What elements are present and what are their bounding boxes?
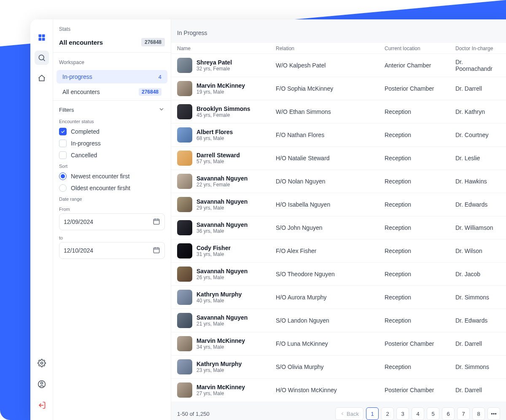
date-to-input[interactable]: 12/10/2024 (59, 242, 165, 259)
avatar (177, 81, 192, 96)
pager-page-button[interactable]: 4 (412, 407, 424, 420)
table-row[interactable]: Cody Fisher31 yrs, MaleF/O Alex FisherRe… (171, 239, 506, 262)
sort-option[interactable]: Newest encounter first (53, 170, 171, 182)
sort-option[interactable]: Oldest encounter firsht (53, 182, 171, 194)
cell-relation: S/O Theodore Nguyen (276, 271, 385, 277)
checkbox[interactable] (59, 128, 67, 135)
settings-icon[interactable] (35, 356, 49, 370)
pager-page-button[interactable]: 8 (472, 407, 485, 420)
stats-row: All encounters 276848 (53, 35, 171, 52)
main-panel: In Progress Name Relation Current locati… (171, 19, 506, 420)
avatar (177, 382, 192, 398)
filters-header[interactable]: Filters (53, 101, 171, 116)
patient-meta: 31 yrs, Male (196, 251, 231, 257)
cell-doctor: Dr. Simmons (455, 294, 500, 301)
cell-doctor: Dr. Leslie (455, 155, 500, 162)
table-row[interactable]: Savannah Nguyen26 yrs, MaleS/O Theodore … (171, 262, 506, 285)
cell-location: Reception (385, 155, 455, 162)
table-row[interactable]: Kathryn Murphy23 yrs, MaleS/O Olivia Mur… (171, 355, 506, 378)
svg-rect-9 (153, 248, 159, 253)
col-relation: Relation (276, 46, 385, 51)
status-option[interactable]: In-progress (53, 137, 171, 149)
cell-location: Reception (385, 178, 455, 185)
workspace-item[interactable]: All encounters276848 (57, 85, 167, 99)
cell-location: Reception (385, 271, 455, 277)
radio[interactable] (59, 184, 67, 192)
date-from-input[interactable]: 12/09/2024 (59, 213, 165, 230)
svg-rect-0 (38, 35, 41, 38)
cell-relation: W/O Ethan Simmons (276, 108, 385, 115)
patient-meta: 57 yrs, Male (196, 159, 240, 164)
sort-option-label: Newest encounter first (71, 173, 129, 180)
sort-label: Sort (53, 161, 171, 170)
status-option-label: In-progress (71, 140, 101, 147)
table-row[interactable]: Albert Flores68 yrs, MaleF/O Nathan Flor… (171, 123, 506, 146)
table-row[interactable]: Marvin McKinney27 yrs, MaleH/O Winston M… (171, 378, 506, 401)
table-row[interactable]: Shreya Patel32 yrs, FemaleW/O Kalpesh Pa… (171, 54, 506, 77)
patient-meta: 34 yrs, Male (196, 344, 245, 350)
radio[interactable] (59, 172, 67, 180)
cell-location: Reception (385, 248, 455, 254)
dashboard-icon[interactable] (35, 30, 49, 45)
cell-doctor: Dr. Jacob (455, 271, 500, 277)
patient-meta: 23 yrs, Male (196, 367, 242, 373)
checkbox[interactable] (59, 140, 67, 147)
pager-page-button[interactable]: 3 (396, 407, 409, 420)
profile-icon[interactable] (35, 377, 49, 391)
app-window: Stats All encounters 276848 Workspace In… (30, 19, 506, 420)
pager-page-button[interactable]: 7 (457, 407, 470, 420)
patient-meta: 21 yrs, Male (196, 321, 248, 327)
status-option[interactable]: Cancelled (53, 149, 171, 161)
pager-page-button[interactable]: 2 (381, 407, 394, 420)
table-row[interactable]: Darrell Steward57 yrs, MaleH/O Natalie S… (171, 146, 506, 170)
cell-location: Reception (385, 132, 455, 138)
pagination-range: 1-50 of 1,250 (177, 411, 210, 417)
search-icon[interactable] (35, 51, 49, 65)
table-row[interactable]: Marvin McKinney19 yrs, MaleF/O Sophia Mc… (171, 77, 506, 100)
cell-relation: D/O Nolan Nguyen (276, 178, 385, 185)
pager-page-button[interactable]: 6 (442, 407, 455, 420)
cell-doctor: Dr. Edwards (455, 201, 500, 208)
status-option[interactable]: Completed (53, 126, 171, 137)
table-row[interactable]: Savannah Nguyen22 yrs, FemaleD/O Nolan N… (171, 170, 506, 193)
svg-point-4 (39, 55, 44, 60)
workspace-item[interactable]: In-progress4 (57, 70, 167, 83)
patient-meta: 36 yrs, Male (196, 228, 248, 234)
svg-point-7 (40, 382, 43, 384)
pager-back-button[interactable]: Back (335, 407, 363, 420)
cell-doctor: Dr. Darrell (455, 340, 500, 347)
table-row[interactable]: Marvin McKinney34 yrs, MaleF/O Luna McKi… (171, 332, 506, 355)
pager-page-button[interactable]: 1 (366, 407, 379, 420)
cell-location: Reception (385, 294, 455, 301)
workspace-section-label: Workspace (53, 53, 171, 69)
svg-point-5 (40, 362, 43, 364)
table-row[interactable]: Kathryn Murphy40 yrs, MaleH/O Aurora Mur… (171, 285, 506, 309)
checkbox[interactable] (59, 151, 67, 159)
cell-doctor: Dr. Darrell (455, 85, 500, 92)
pager-more-button[interactable]: ••• (487, 407, 500, 420)
table-row[interactable]: Brooklyn Simmons45 yrs, FemaleW/O Ethan … (171, 100, 506, 123)
avatar (177, 174, 192, 189)
logout-icon[interactable] (35, 398, 49, 412)
sort-option-label: Oldest encounter firsht (71, 185, 130, 191)
cell-doctor: Dr. Williamson (455, 224, 500, 231)
avatar (177, 104, 192, 119)
table-row[interactable]: Savannah Nguyen29 yrs, MaleH/O Isabella … (171, 193, 506, 216)
avatar (177, 243, 192, 258)
cell-location: Reception (385, 201, 455, 208)
cell-relation: W/O Kalpesh Patel (276, 62, 385, 69)
pager-page-button[interactable]: 5 (427, 407, 439, 420)
cell-relation: F/O Sophia McKinney (276, 85, 385, 92)
cell-relation: S/O Landon Nguyen (276, 317, 385, 324)
avatar (177, 359, 192, 374)
cell-relation: H/O Aurora Murphy (276, 294, 385, 301)
cell-location: Posterior Chamber (385, 387, 455, 393)
avatar (177, 220, 192, 235)
avatar (177, 151, 192, 166)
home-icon[interactable] (35, 71, 49, 85)
table-row[interactable]: Savannah Nguyen21 yrs, MaleS/O Landon Ng… (171, 309, 506, 332)
patient-meta: 19 yrs, Male (196, 89, 245, 95)
cell-doctor: Dr. Kathryn (455, 108, 500, 115)
table-row[interactable]: Savannah Nguyen36 yrs, MaleS/O John Nguy… (171, 216, 506, 239)
cell-relation: F/O Luna McKinney (276, 340, 385, 347)
